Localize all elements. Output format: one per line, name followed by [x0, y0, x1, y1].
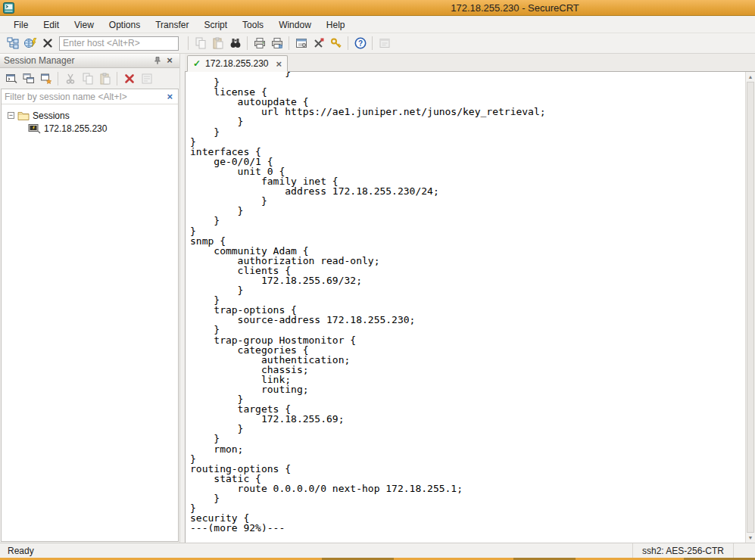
toolbar-separator — [117, 72, 117, 86]
menu-item[interactable]: Tools — [235, 17, 271, 33]
filter-input[interactable] — [2, 92, 161, 102]
print-icon[interactable] — [251, 35, 268, 51]
session-manager-title: Session Manager — [4, 55, 151, 66]
keymap-icon[interactable] — [327, 35, 345, 51]
terminal-line: } — [190, 226, 744, 236]
terminal-line: } — [190, 454, 744, 464]
menu-item[interactable]: Help — [319, 17, 353, 33]
panel-close-icon[interactable]: × — [164, 54, 176, 67]
help-icon[interactable]: ? — [351, 35, 369, 51]
terminal-region: ✓ 172.18.255.230 × } } license { autoupd… — [185, 54, 755, 543]
quick-connect-icon[interactable] — [21, 35, 39, 51]
host-input[interactable] — [59, 36, 179, 51]
connect-icon[interactable] — [2, 70, 20, 87]
session-options-icon[interactable] — [292, 35, 310, 51]
new-session-icon[interactable] — [37, 70, 55, 87]
terminal-line: ---(more 92%)--- — [190, 523, 744, 533]
terminal-line: ge-0/0/1 { — [190, 157, 744, 166]
menu-item[interactable]: Script — [196, 17, 235, 33]
menu-item[interactable]: Window — [271, 17, 319, 33]
terminal-line: address 172.18.255.230/24; — [190, 186, 744, 196]
tree-item-session[interactable]: 172.18.255.230 — [2, 122, 178, 135]
properties-icon[interactable] — [138, 70, 155, 87]
toolbar-separator — [247, 36, 248, 50]
session-tab[interactable]: ✓ 172.18.255.230 × — [187, 55, 288, 72]
window-title: 172.18.255.230 - SecureCRT — [451, 2, 579, 14]
status-ready-text: Ready — [0, 546, 632, 556]
terminal-line: } — [190, 137, 744, 147]
status-bar: Ready ssh2: AES-256-CTR — [0, 543, 755, 558]
terminal-line: rmon; — [190, 444, 744, 454]
disconnect-icon[interactable] — [39, 35, 56, 51]
terminal-line: } — [190, 77, 744, 87]
tree-root-label: Sessions — [30, 110, 70, 121]
terminal-line: routing; — [190, 384, 744, 394]
session-manager-toggle-icon[interactable] — [4, 35, 21, 51]
menu-bar: File Edit View Options Transfer Script T… — [0, 17, 755, 33]
collapse-icon[interactable]: − — [8, 112, 14, 119]
clear-screen-icon[interactable] — [310, 35, 327, 51]
menu-item[interactable]: File — [6, 17, 36, 33]
window-titlebar[interactable]: 172.18.255.230 - SecureCRT — [0, 0, 755, 16]
filter-row: × — [2, 89, 178, 104]
terminal-line: } — [190, 216, 744, 226]
cut-icon[interactable] — [61, 70, 79, 87]
session-label: 172.18.255.230 — [41, 123, 107, 134]
terminal-line: } — [190, 493, 744, 503]
terminal-line: interfaces { — [190, 147, 744, 157]
terminal-line: community Adam { — [190, 246, 744, 256]
scroll-up-icon[interactable]: ▲ — [746, 72, 755, 82]
copy-icon[interactable] — [79, 70, 96, 87]
terminal-line: static { — [190, 474, 744, 484]
terminal-line: } — [190, 206, 744, 216]
svg-text:?: ? — [357, 39, 362, 48]
terminal-line: trap-group Hostmonitor { — [190, 335, 744, 345]
session-tree[interactable]: − Sessions 172.18.255.230 — [2, 104, 178, 541]
terminal-line: routing-options { — [190, 464, 744, 474]
main-toolbar: ? — [0, 33, 755, 54]
toolbar-separator — [348, 36, 348, 50]
find-icon[interactable] — [226, 35, 244, 51]
pin-icon[interactable] — [151, 54, 164, 67]
terminal-line: } — [190, 503, 744, 513]
terminal-line: chassis; — [190, 365, 744, 375]
tab-close-icon[interactable]: × — [276, 58, 282, 70]
terminal-line: clients { — [190, 266, 744, 275]
terminal-line: } — [190, 117, 744, 126]
terminal-line: source-address 172.18.255.230; — [190, 315, 744, 325]
tab-label: 172.18.255.230 — [205, 58, 268, 69]
menu-item[interactable]: Transfer — [148, 17, 196, 33]
script-status-icon[interactable] — [376, 35, 393, 51]
toolbar-separator — [289, 36, 289, 50]
menu-item[interactable]: Options — [101, 17, 148, 33]
paste-icon[interactable] — [96, 70, 114, 87]
session-manager-toolbar — [0, 68, 179, 89]
copy-icon[interactable] — [192, 35, 209, 51]
connect-in-tab-icon[interactable] — [20, 70, 37, 87]
paste-icon[interactable] — [209, 35, 226, 51]
terminal-line: } — [190, 127, 744, 137]
terminal-line: } — [190, 325, 744, 334]
scroll-down-icon[interactable]: ▼ — [746, 533, 755, 543]
print-setup-icon[interactable] — [268, 35, 285, 51]
delete-icon[interactable] — [120, 70, 138, 87]
tree-item-sessions-root[interactable]: − Sessions — [2, 109, 178, 122]
terminal-line: } — [190, 196, 744, 206]
terminal-line: } — [190, 72, 744, 77]
session-icon — [28, 123, 41, 134]
terminal-line: authorization read-only; — [190, 256, 744, 266]
connected-check-icon: ✓ — [193, 58, 201, 69]
terminal[interactable]: } } license { autoupdate { url https://a… — [185, 72, 755, 543]
status-encryption-text: ssh2: AES-256-CTR — [632, 543, 734, 558]
toolbar-separator — [372, 36, 373, 50]
terminal-scrollbar[interactable]: ▲ ▼ — [745, 72, 755, 543]
filter-clear-icon[interactable]: × — [161, 91, 178, 102]
securecrt-app-icon — [3, 2, 14, 14]
menu-item[interactable]: View — [67, 17, 101, 33]
menu-item[interactable]: Edit — [36, 17, 67, 33]
terminal-line: 172.18.255.69/32; — [190, 275, 744, 285]
terminal-line: url https://ae1.juniper.net/junos/key_re… — [190, 107, 744, 117]
terminal-line: } — [190, 434, 744, 443]
scrollbar-thumb[interactable] — [747, 82, 754, 533]
terminal-output: } } license { autoupdate { url https://a… — [190, 72, 744, 533]
